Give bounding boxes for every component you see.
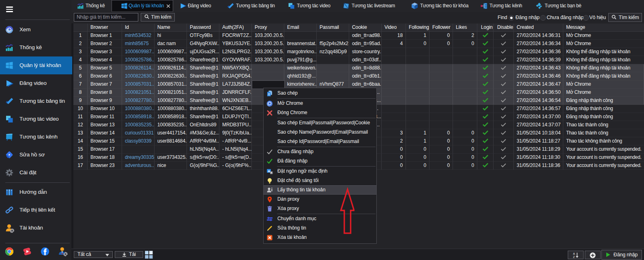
svg-text:A: A [268,169,270,173]
svg-text:A: A [573,252,575,255]
svg-text:Z: Z [573,256,575,258]
